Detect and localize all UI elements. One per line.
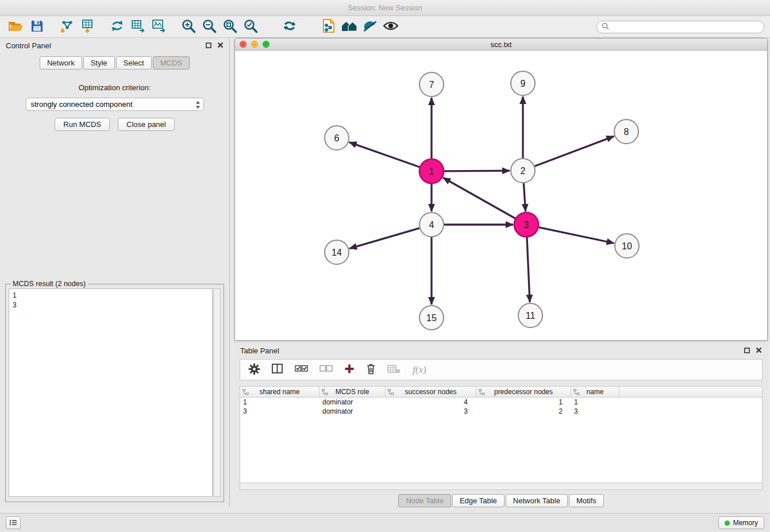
close-panel-button[interactable] — [217, 41, 224, 50]
show-hidden-panels-button[interactable] — [6, 516, 21, 529]
show-graphics-details-button[interactable] — [380, 18, 401, 36]
export-image-button[interactable] — [148, 18, 169, 36]
graph-edge-4-14[interactable] — [349, 228, 419, 248]
graph-node-7[interactable]: 7 — [419, 72, 444, 97]
tab-node-table[interactable]: Node Table — [398, 494, 451, 507]
home-button[interactable] — [339, 18, 360, 36]
sort-icon — [322, 389, 328, 397]
clone-network-button[interactable] — [318, 18, 339, 36]
graph-node-2[interactable]: 2 — [511, 159, 535, 183]
memory-button[interactable]: Memory — [718, 516, 764, 529]
mcds-result-box: MCDS result (2 nodes) 1 3 — [5, 284, 224, 502]
zoom-out-button[interactable] — [199, 18, 220, 36]
column-header-predecessor-nodes[interactable]: predecessor nodes — [476, 387, 571, 397]
network-canvas[interactable]: 7968124314101511 — [235, 51, 767, 340]
run-mcds-button[interactable]: Run MCDS — [55, 118, 110, 131]
mcds-result-list[interactable]: 1 3 — [9, 288, 213, 497]
criterion-dropdown[interactable]: strongly connected component — [26, 98, 204, 111]
column-header-shared-name[interactable]: shared name — [240, 387, 319, 397]
graph-node-3[interactable]: 3 — [514, 213, 538, 237]
apply-layout-button[interactable] — [279, 18, 300, 36]
graph-edge-3-10[interactable] — [539, 228, 614, 244]
float-table-panel-button[interactable] — [744, 346, 750, 355]
document-share-icon — [322, 18, 336, 35]
tab-network-table[interactable]: Network Table — [506, 494, 568, 507]
graph-edge-3-1[interactable] — [443, 178, 515, 218]
table-horizontal-scrollbar[interactable] — [240, 483, 762, 489]
graph-edge-1-6[interactable] — [349, 142, 420, 167]
cell-successor-nodes[interactable]: 3 — [386, 407, 476, 415]
search-input[interactable] — [612, 23, 759, 31]
close-table-panel-button[interactable] — [756, 346, 762, 355]
column-header-successor-nodes[interactable]: successor nodes — [386, 387, 476, 397]
float-panel-button[interactable] — [206, 41, 211, 50]
graph-node-15[interactable]: 15 — [419, 306, 444, 330]
refresh-arrows-icon — [282, 18, 297, 35]
graph-node-8[interactable]: 8 — [614, 119, 638, 144]
import-network-button[interactable] — [56, 18, 77, 36]
column-header-mcds-role[interactable]: MCDS role — [319, 387, 386, 397]
open-folder-icon — [9, 19, 24, 34]
result-scrollbar[interactable] — [213, 288, 221, 497]
graph-edge-3-11[interactable] — [527, 237, 530, 302]
graph-edge-1-2[interactable] — [444, 171, 510, 171]
show-columns-button[interactable] — [272, 364, 283, 376]
unselect-all-columns-button[interactable] — [319, 365, 333, 375]
plus-icon — [344, 364, 355, 376]
cell-name[interactable]: 3 — [571, 407, 619, 415]
export-network-button[interactable] — [107, 18, 128, 36]
window-close-button[interactable]: × — [240, 41, 247, 48]
graph-node-11[interactable]: 11 — [518, 303, 542, 327]
import-table-button[interactable] — [77, 18, 98, 36]
cell-name[interactable]: 1 — [571, 398, 619, 406]
graph-node-4[interactable]: 4 — [419, 213, 444, 237]
cell-predecessor-nodes[interactable]: 1 — [476, 398, 571, 406]
graph-node-9[interactable]: 9 — [511, 71, 535, 95]
graph-edge-2-8[interactable] — [535, 136, 614, 166]
float-window-icon — [206, 41, 211, 50]
tab-network[interactable]: Network — [40, 56, 82, 70]
column-header-name[interactable]: name — [571, 387, 619, 397]
graph-node-6[interactable]: 6 — [325, 126, 349, 150]
zoom-fit-button[interactable] — [220, 18, 240, 36]
zoom-selected-button[interactable] — [240, 18, 261, 36]
cell-mcds-role[interactable]: dominator — [319, 398, 386, 406]
window-minimize-button[interactable]: − — [251, 41, 258, 48]
network-window-titlebar[interactable]: × − + scc.txt — [235, 38, 767, 51]
cell-successor-nodes[interactable]: 4 — [386, 398, 476, 406]
import-network-icon — [59, 18, 74, 35]
select-all-columns-button[interactable] — [295, 365, 308, 375]
global-search-field[interactable] — [596, 21, 764, 33]
tab-select[interactable]: Select — [116, 56, 152, 70]
export-image-icon — [151, 18, 166, 35]
table-settings-button[interactable] — [248, 363, 260, 377]
window-maximize-button[interactable]: + — [263, 41, 270, 48]
cell-mcds-role[interactable]: dominator — [319, 407, 386, 415]
tab-mcds[interactable]: MCDS — [153, 56, 190, 70]
open-session-button[interactable] — [6, 18, 26, 36]
cell-shared-name[interactable]: 3 — [240, 407, 319, 415]
export-table-button[interactable] — [128, 18, 148, 36]
tab-edge-table[interactable]: Edge Table — [452, 494, 505, 507]
delete-column-button[interactable] — [366, 363, 376, 376]
tab-style[interactable]: Style — [83, 56, 115, 70]
graph-node-1[interactable]: 1 — [419, 159, 444, 183]
table-row[interactable]: 1 dominator 4 1 1 — [240, 398, 762, 407]
tab-motifs[interactable]: Motifs — [569, 494, 604, 507]
graph-node-14[interactable]: 14 — [325, 240, 349, 264]
zoom-in-button[interactable] — [178, 18, 199, 36]
checked-boxes-icon — [295, 365, 308, 375]
cell-shared-name[interactable]: 1 — [240, 398, 319, 406]
table-panel-title: Table Panel — [240, 346, 279, 355]
table-row[interactable]: 3 dominator 3 2 3 — [240, 407, 762, 416]
save-session-button[interactable] — [26, 18, 47, 36]
search-icon — [602, 22, 609, 32]
close-panel-action-button[interactable]: Close panel — [118, 118, 175, 131]
app-title: Session: New Session — [348, 3, 422, 12]
graph-edge-2-3[interactable] — [523, 183, 525, 211]
graph-node-label: 9 — [521, 79, 526, 88]
style-brush-button[interactable] — [360, 18, 380, 36]
cell-predecessor-nodes[interactable]: 2 — [476, 407, 571, 415]
graph-node-10[interactable]: 10 — [615, 234, 639, 258]
create-column-button[interactable] — [344, 364, 355, 376]
